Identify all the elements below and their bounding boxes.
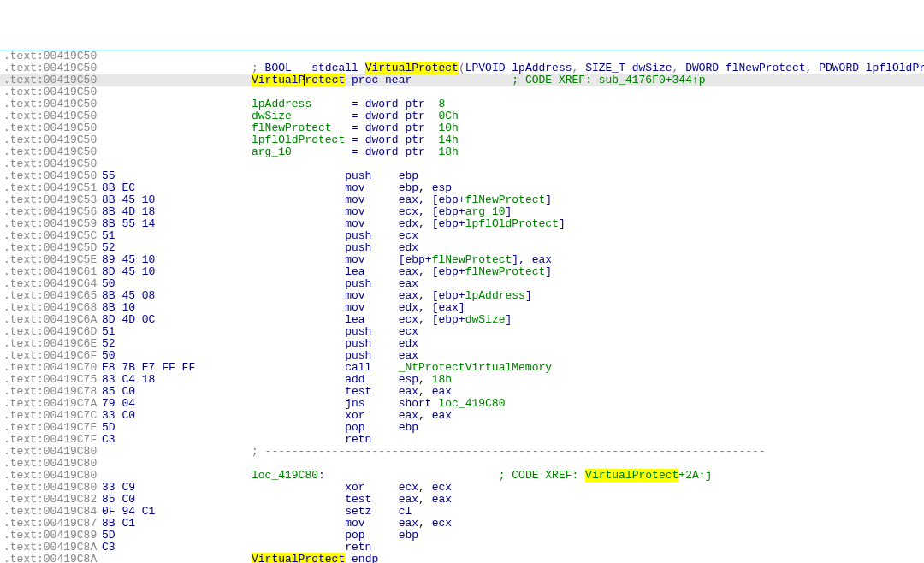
disasm-line[interactable]: .text:00419C6A 8D 4D 0C lea ecx, [ebp+dw… xyxy=(0,314,924,326)
disasm-line[interactable]: .text:00419C89 5D pop ebp xyxy=(0,530,924,542)
opcode-bytes xyxy=(102,110,252,122)
disasm-line[interactable]: .text:00419C7C 33 C0 xor eax, eax xyxy=(0,410,924,422)
opcode-bytes: 5D xyxy=(102,422,252,434)
opcode-bytes: 50 xyxy=(102,278,252,290)
disasm-line[interactable]: .text:00419C80 ; -----------------------… xyxy=(0,446,924,458)
asm-content: push edx xyxy=(252,338,921,350)
disasm-line[interactable]: .text:00419C7F C3 retn xyxy=(0,434,924,446)
disasm-line[interactable]: .text:00419C82 85 C0 test eax, eax xyxy=(0,494,924,506)
asm-content: call _NtProtectVirtualMemory xyxy=(252,362,921,374)
disasm-line[interactable]: .text:00419C59 8B 55 14 mov edx, [ebp+lp… xyxy=(0,218,924,230)
disasm-line[interactable]: .text:00419C50 flNewProtect = dword ptr … xyxy=(0,122,924,134)
disasm-line[interactable]: .text:00419C70 E8 7B E7 FF FF call _NtPr… xyxy=(0,362,924,374)
disasm-line[interactable]: .text:00419C6E 52 push edx xyxy=(0,338,924,350)
disasm-line[interactable]: .text:00419C50 arg_10 = dword ptr 18h xyxy=(0,146,924,158)
asm-content: flNewProtect = dword ptr 10h xyxy=(252,122,921,134)
asm-content: push eax xyxy=(252,278,921,290)
asm-content: setz cl xyxy=(252,506,921,518)
disasm-line[interactable]: .text:00419C50 VirtualProtect proc near … xyxy=(0,74,924,86)
disasm-line[interactable]: .text:00419C8A C3 retn xyxy=(0,542,924,554)
disasm-line[interactable]: .text:00419C61 8D 45 10 lea eax, [ebp+fl… xyxy=(0,266,924,278)
opcode-bytes xyxy=(102,98,252,110)
disasm-line[interactable]: .text:00419C8A VirtualProtect endp xyxy=(0,554,924,563)
disasm-line[interactable]: .text:00419C64 50 push eax xyxy=(0,278,924,290)
disasm-line[interactable]: .text:00419C75 83 C4 18 add esp, 18h xyxy=(0,374,924,386)
opcode-bytes xyxy=(102,146,252,158)
asm-content xyxy=(252,158,921,170)
address: .text:00419C8A xyxy=(3,554,102,563)
opcode-bytes: 83 C4 18 xyxy=(102,374,252,386)
address: .text:00419C7E xyxy=(3,422,102,434)
asm-content: mov [ebp+flNewProtect], eax xyxy=(252,254,921,266)
address: .text:00419C50 xyxy=(3,50,102,62)
disasm-line[interactable]: .text:00419C7A 79 04 jns short loc_419C8… xyxy=(0,398,924,410)
opcode-bytes: C3 xyxy=(102,434,252,446)
address: .text:00419C50 xyxy=(3,170,102,182)
disasm-line[interactable]: .text:00419C6D 51 push ecx xyxy=(0,326,924,338)
disasm-line[interactable]: .text:00419C68 8B 10 mov edx, [eax] xyxy=(0,302,924,314)
disasm-line[interactable]: .text:00419C80 loc_419C80: ; CODE XREF: … xyxy=(0,470,924,482)
opcode-bytes xyxy=(102,554,252,563)
disasm-line[interactable]: .text:00419C56 8B 4D 18 mov ecx, [ebp+ar… xyxy=(0,206,924,218)
asm-content: pop ebp xyxy=(252,422,921,434)
disasm-line[interactable]: .text:00419C50 xyxy=(0,158,924,170)
asm-content: test eax, eax xyxy=(252,494,921,506)
disasm-line[interactable]: .text:00419C80 33 C9 xor ecx, ecx xyxy=(0,482,924,494)
disasm-line[interactable]: .text:00419C50 xyxy=(0,86,924,98)
opcode-bytes: 8B 45 08 xyxy=(102,290,252,302)
opcode-bytes: 85 C0 xyxy=(102,386,252,398)
disasm-line[interactable]: .text:00419C50 dwSize = dword ptr 0Ch xyxy=(0,110,924,122)
asm-content: lpflOldProtect = dword ptr 14h xyxy=(252,134,921,146)
address: .text:00419C50 xyxy=(3,98,102,110)
asm-content: loc_419C80: ; CODE XREF: VirtualProtect+… xyxy=(252,470,921,482)
opcode-bytes: 8B C1 xyxy=(102,518,252,530)
address: .text:00419C80 xyxy=(3,482,102,494)
disasm-line[interactable]: .text:00419C78 85 C0 test eax, eax xyxy=(0,386,924,398)
disasm-line[interactable]: .text:00419C50 xyxy=(0,50,924,62)
asm-content: retn xyxy=(252,542,921,554)
address: .text:00419C50 xyxy=(3,74,102,86)
address: .text:00419C7C xyxy=(3,410,102,422)
opcode-bytes: 51 xyxy=(102,326,252,338)
opcode-bytes xyxy=(102,86,252,98)
asm-content: mov edx, [eax] xyxy=(252,302,921,314)
address: .text:00419C7A xyxy=(3,398,102,410)
opcode-bytes: 85 C0 xyxy=(102,494,252,506)
disasm-line[interactable]: .text:00419C7E 5D pop ebp xyxy=(0,422,924,434)
disasm-line[interactable]: .text:00419C53 8B 45 10 mov eax, [ebp+fl… xyxy=(0,194,924,206)
address: .text:00419C78 xyxy=(3,386,102,398)
address: .text:00419C50 xyxy=(3,62,102,74)
disasm-line[interactable]: .text:00419C5C 51 push ecx xyxy=(0,230,924,242)
asm-content: push ecx xyxy=(252,326,921,338)
disasm-line[interactable]: .text:00419C50 lpflOldProtect = dword pt… xyxy=(0,134,924,146)
disasm-line[interactable]: .text:00419C6F 50 push eax xyxy=(0,350,924,362)
address: .text:00419C8A xyxy=(3,542,102,554)
disasm-line[interactable]: .text:00419C51 8B EC mov ebp, esp xyxy=(0,182,924,194)
address: .text:00419C51 xyxy=(3,182,102,194)
disasm-line[interactable]: .text:00419C50 55 push ebp xyxy=(0,170,924,182)
disasm-line[interactable]: .text:00419C50 lpAddress = dword ptr 8 xyxy=(0,98,924,110)
opcode-bytes: 79 04 xyxy=(102,398,252,410)
opcode-bytes: 8B 55 14 xyxy=(102,218,252,230)
address: .text:00419C89 xyxy=(3,530,102,542)
disassembly-listing[interactable]: .text:00419C50 .text:00419C50 ; BOOL std… xyxy=(0,50,924,563)
disasm-line[interactable]: .text:00419C84 0F 94 C1 setz cl xyxy=(0,506,924,518)
opcode-bytes: 33 C9 xyxy=(102,482,252,494)
address: .text:00419C82 xyxy=(3,494,102,506)
disasm-line[interactable]: .text:00419C65 8B 45 08 mov eax, [ebp+lp… xyxy=(0,290,924,302)
address: .text:00419C87 xyxy=(3,518,102,530)
asm-content: mov edx, [ebp+lpflOldProtect] xyxy=(252,218,921,230)
opcode-bytes xyxy=(102,158,252,170)
disasm-line[interactable]: .text:00419C80 xyxy=(0,458,924,470)
address: .text:00419C7F xyxy=(3,434,102,446)
address: .text:00419C6D xyxy=(3,326,102,338)
address: .text:00419C6E xyxy=(3,338,102,350)
disasm-line[interactable]: .text:00419C5D 52 push edx xyxy=(0,242,924,254)
opcode-bytes: 8D 4D 0C xyxy=(102,314,252,326)
disasm-line[interactable]: .text:00419C50 ; BOOL stdcall VirtualPro… xyxy=(0,62,924,74)
opcode-bytes: 52 xyxy=(102,338,252,350)
opcode-bytes: 51 xyxy=(102,230,252,242)
disasm-line[interactable]: .text:00419C87 8B C1 mov eax, ecx xyxy=(0,518,924,530)
disasm-line[interactable]: .text:00419C5E 89 45 10 mov [ebp+flNewPr… xyxy=(0,254,924,266)
asm-content: VirtualProtect proc near ; CODE XREF: su… xyxy=(252,74,921,86)
